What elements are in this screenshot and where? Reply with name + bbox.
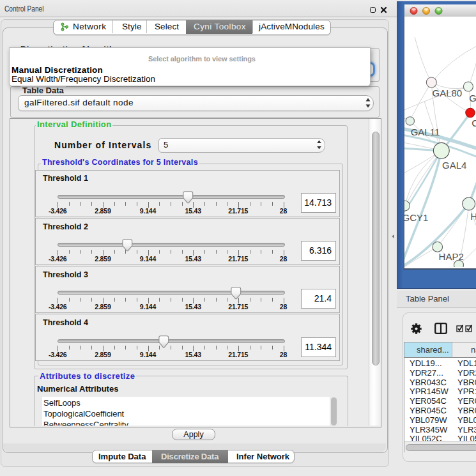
svg-text:HIS4: HIS4	[470, 211, 476, 222]
svg-text:HAP2: HAP2	[439, 251, 464, 262]
svg-text:CRP1: CRP1	[472, 118, 476, 128]
svg-text:GCY1: GCY1	[404, 212, 428, 223]
svg-text:GAL3: GAL3	[469, 93, 476, 104]
svg-text:GAL80: GAL80	[433, 88, 463, 98]
svg-text:GAL4: GAL4	[442, 160, 466, 171]
svg-text:GAL11: GAL11	[411, 127, 440, 137]
